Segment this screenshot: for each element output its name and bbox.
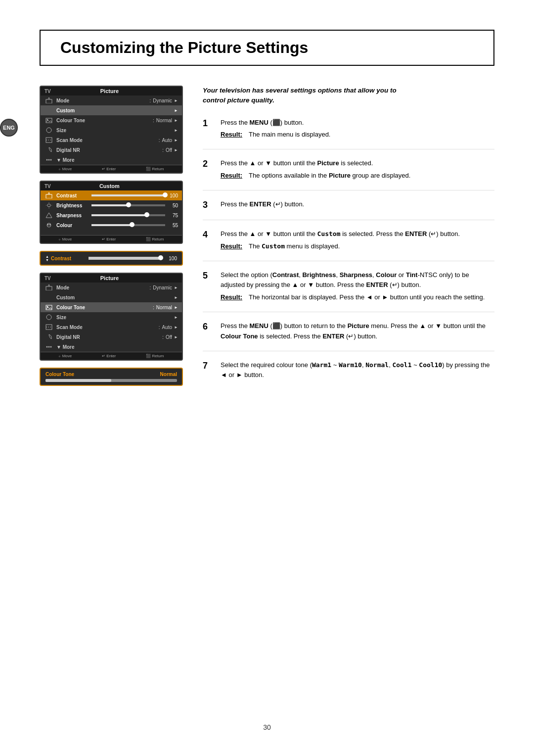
brightness-fill bbox=[91, 204, 129, 206]
step-5-content: Select the option (Contrast, Brightness,… bbox=[221, 270, 494, 303]
pic-icon bbox=[44, 117, 53, 124]
menu-row-scanmode-4: Scan Mode : Auto ► bbox=[41, 322, 182, 332]
svg-point-32 bbox=[48, 346, 50, 348]
step-4-number: 4 bbox=[203, 229, 213, 252]
step-4: 4 Press the ▲ or ▼ button until the Cust… bbox=[203, 229, 494, 261]
page-title: Customizing the Picture Settings bbox=[60, 39, 474, 57]
menu-row-custom-4: Custom ► bbox=[41, 292, 182, 302]
steps-list: 1 Press the MENU (⬛) button. Result: The… bbox=[203, 118, 494, 390]
svg-rect-26 bbox=[46, 305, 52, 310]
contrast-bar-label: Contrast bbox=[51, 256, 86, 261]
screen2-title: Custom bbox=[51, 183, 168, 189]
screen1-footer: ⬦ Move ↵ Enter ⬛ Return bbox=[41, 165, 182, 173]
mode-label: Mode bbox=[56, 98, 147, 103]
colour-track bbox=[91, 224, 165, 226]
step-6-content: Press the MENU (⬛) button to return to t… bbox=[221, 321, 494, 342]
step-2: 2 Press the ▲ or ▼ button until the Pict… bbox=[203, 158, 494, 190]
svg-rect-23 bbox=[46, 286, 52, 290]
circle-icon bbox=[44, 127, 53, 134]
menu-row-more-4: ▼ More bbox=[41, 342, 182, 352]
step-6-number: 6 bbox=[203, 321, 213, 342]
step-5-result: Result: The horizontal bar is displayed.… bbox=[221, 292, 494, 303]
svg-point-33 bbox=[50, 346, 52, 348]
menu-row-custom: Custom ► bbox=[41, 105, 182, 115]
screen4-title: Picture bbox=[51, 275, 168, 281]
title-bar: Customizing the Picture Settings bbox=[40, 30, 494, 66]
svg-point-22 bbox=[49, 224, 51, 226]
step-1: 1 Press the MENU (⬛) button. Result: The… bbox=[203, 118, 494, 150]
menu-row-colourtone: Colour Tone : Normal ► bbox=[41, 115, 182, 125]
svg-point-9 bbox=[48, 159, 50, 161]
size-label: Size bbox=[56, 128, 172, 133]
colour-label: Colour bbox=[56, 223, 89, 228]
sharpness-value: 75 bbox=[168, 213, 178, 218]
step-4-content: Press the ▲ or ▼ button until the Custom… bbox=[221, 229, 494, 252]
brightness-label: Brightness bbox=[56, 203, 89, 208]
screen1-header: TV Picture bbox=[41, 87, 182, 95]
contrast-value: 100 bbox=[168, 193, 178, 198]
tv-screen-2: TV Custom Contrast 100 bbox=[40, 181, 183, 244]
step-6: 6 Press the MENU (⬛) button to return to… bbox=[203, 321, 494, 351]
eng-badge: ENG bbox=[0, 119, 18, 137]
menu-row-size: Size ► bbox=[41, 125, 182, 135]
colourtone-label: Colour Tone bbox=[56, 118, 151, 123]
sharpness-fill bbox=[91, 214, 147, 216]
menu-row-mode-4: Mode : Dynamic ► bbox=[41, 283, 182, 292]
more-icon bbox=[44, 156, 53, 163]
intro-text: Your television has several settings opt… bbox=[203, 86, 494, 106]
svg-point-14 bbox=[47, 204, 50, 207]
step-1-result: Result: The main menu is displayed. bbox=[221, 130, 494, 140]
step-4-result: Result: The Custom menu is displayed. bbox=[221, 241, 494, 252]
antenna-icon bbox=[44, 97, 53, 104]
menu-row-digitalnr: Digital NR : Off ► bbox=[41, 145, 182, 155]
page-number: 30 bbox=[263, 723, 271, 731]
slider-sharpness: Sharpness 75 bbox=[41, 210, 182, 220]
svg-line-25 bbox=[49, 284, 50, 286]
svg-rect-0 bbox=[46, 99, 52, 103]
digitalnr-label: Digital NR bbox=[56, 147, 160, 153]
contrast-track bbox=[91, 194, 165, 196]
step-1-content: Press the MENU (⬛) button. Result: The m… bbox=[221, 118, 494, 141]
ct-fill bbox=[45, 379, 111, 382]
step-2-result: Result: The options available in the Pic… bbox=[221, 171, 494, 181]
svg-rect-11 bbox=[46, 194, 52, 198]
svg-marker-19 bbox=[46, 213, 52, 218]
scanmode-label: Scan Mode bbox=[56, 138, 157, 143]
menu-row-size-4: Size ► bbox=[41, 312, 182, 322]
tv-screen-5: Colour Tone Normal bbox=[40, 368, 183, 386]
step-3: 3 Press the ENTER (↵) button. bbox=[203, 199, 494, 220]
svg-point-5 bbox=[46, 128, 51, 133]
contrast-bar-value: 100 bbox=[165, 256, 177, 261]
step-2-content: Press the ▲ or ▼ button until the Pictur… bbox=[221, 158, 494, 181]
tv-screen-3: ▲ ▼ Contrast 100 bbox=[40, 251, 183, 266]
sharpness-track bbox=[91, 214, 165, 216]
menu-row-mode: Mode : Dynamic ► bbox=[41, 95, 182, 105]
screen1-title: Picture bbox=[51, 88, 168, 94]
slider-colour: Colour 55 bbox=[41, 220, 182, 230]
step-1-number: 1 bbox=[203, 118, 213, 141]
step-2-number: 2 bbox=[203, 158, 213, 181]
screen2-header: TV Custom bbox=[41, 182, 182, 190]
step-3-content: Press the ENTER (↵) button. bbox=[221, 199, 494, 211]
right-column: Your television has several settings opt… bbox=[203, 86, 494, 398]
colourtone-value: Normal bbox=[156, 118, 172, 123]
step-7-number: 7 bbox=[203, 360, 213, 381]
tv-screen-4: TV Picture Mode : Dynamic ► bbox=[40, 273, 183, 361]
menu-row-digitalnr-4: Digital NR : Off ► bbox=[41, 332, 182, 342]
digitalnr-value: Off bbox=[166, 147, 172, 153]
step-5: 5 Select the option (Contrast, Brightnes… bbox=[203, 270, 494, 312]
contrast-thumb bbox=[163, 192, 168, 197]
contrast-bar-row: ▲ ▼ Contrast 100 bbox=[45, 255, 177, 262]
svg-point-31 bbox=[46, 346, 48, 348]
left-column: TV Picture Mode : Dynamic ► bbox=[40, 86, 183, 398]
contrast-label: Contrast bbox=[56, 193, 89, 198]
brightness-value: 50 bbox=[168, 203, 178, 208]
svg-line-12 bbox=[48, 192, 49, 194]
menu-row-more: ▼ More bbox=[41, 155, 182, 165]
more-label: ▼ More bbox=[56, 157, 178, 163]
scanmode-icon bbox=[44, 137, 53, 143]
step-3-number: 3 bbox=[203, 199, 213, 211]
svg-point-28 bbox=[46, 315, 51, 320]
svg-line-1 bbox=[48, 97, 49, 99]
slider-contrast: Contrast 100 bbox=[41, 190, 182, 200]
